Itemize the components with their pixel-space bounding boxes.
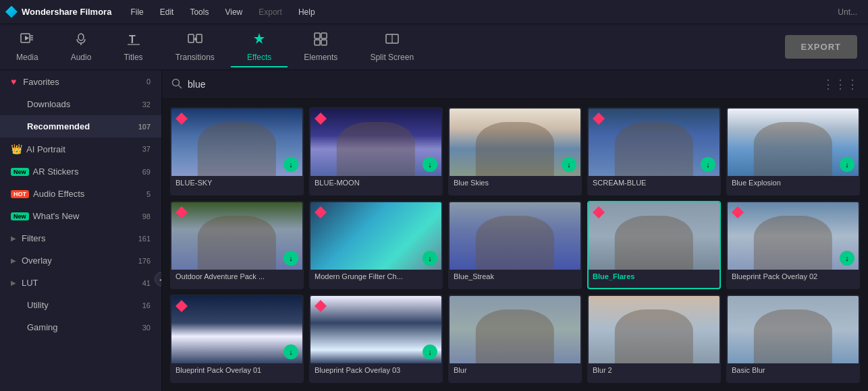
sidebar-favorites-label: Favorites — [23, 77, 59, 87]
sidebar-lut-count: 41 — [142, 279, 151, 287]
effect-label-blueprint-03: Blueprint Pack Overlay 03 — [310, 363, 441, 378]
sidebar-item-ar-stickers[interactable]: New AR Stickers 69 — [0, 160, 161, 183]
menu-view[interactable]: View — [217, 5, 250, 20]
blueprint-01-heart-pin — [175, 300, 188, 312]
effect-card-blur2[interactable]: Blur 2 — [587, 295, 721, 383]
effect-card-blue-flares[interactable]: Blue_Flares — [587, 201, 721, 289]
window-controls: Unt... — [838, 7, 863, 17]
grid-toggle-icon[interactable]: ⋮⋮⋮ — [822, 77, 859, 92]
menu-edit[interactable]: Edit — [152, 5, 182, 20]
effect-thumbnail-blueprint-03: ↓ — [310, 296, 441, 363]
toolbar-media[interactable]: Media — [0, 26, 55, 67]
scream-blue-download-btn[interactable]: ↓ — [701, 157, 715, 172]
toolbar-elements-label: Elements — [304, 53, 337, 62]
blur2-figure — [615, 309, 693, 363]
sidebar-item-overlay[interactable]: ▶ Overlay 176 — [0, 249, 161, 272]
sidebar-item-ai-portrait[interactable]: 👑 AI Portrait 37 — [0, 138, 161, 160]
toolbar-transitions[interactable]: Transitions — [159, 26, 231, 67]
sidebar-item-utility[interactable]: Utility 16 — [0, 294, 161, 316]
svg-rect-9 — [188, 34, 194, 42]
app-logo: Wondershare Filmora — [5, 6, 111, 18]
effect-card-blue-skies[interactable]: ↓ Blue Skies — [448, 107, 582, 196]
menu-tools[interactable]: Tools — [182, 5, 217, 20]
blueprint-01-download-btn[interactable]: ↓ — [283, 344, 298, 359]
titles-icon: T — [126, 32, 141, 50]
sidebar-recommended-label: Recommended — [27, 121, 90, 131]
effect-card-basic-blur[interactable]: Basic Blur — [726, 295, 860, 383]
filters-arrow-icon: ▶ — [11, 235, 16, 242]
effect-thumbnail-blue-explosion: ↓ — [728, 109, 859, 176]
modern-grunge-download-btn[interactable]: ↓ — [423, 251, 437, 266]
sidebar-overlay-label: Overlay — [22, 255, 52, 266]
sidebar-item-gaming[interactable]: Gaming 30 — [0, 316, 161, 338]
search-bar: ⋮⋮⋮ — [162, 70, 868, 99]
sidebar-item-whats-new[interactable]: New What's New 98 — [0, 205, 161, 227]
effect-card-blue-sky[interactable]: ↓ BLUE-SKY — [170, 107, 304, 196]
toolbar-elements[interactable]: Elements — [288, 26, 354, 67]
blue-skies-download-btn[interactable]: ↓ — [562, 157, 576, 172]
toolbar-audio[interactable]: Audio — [55, 26, 108, 67]
blueprint-03-download-btn[interactable]: ↓ — [423, 344, 437, 359]
ar-stickers-new-badge: New — [11, 168, 29, 176]
export-button[interactable]: EXPORT — [785, 35, 857, 59]
effect-card-blueprint-02[interactable]: ↓ Blueprint Pack Overlay 02 — [726, 201, 860, 289]
effect-card-blur[interactable]: Blur — [448, 295, 582, 383]
sidebar-downloads-count: 32 — [142, 100, 151, 109]
effect-thumbnail-outdoor: ↓ — [171, 202, 302, 270]
effect-label-blueprint-01: Blueprint Pack Overlay 01 — [171, 363, 302, 378]
ai-portrait-crown-icon: 👑 — [11, 144, 22, 154]
effect-thumbnail-scream-blue: ↓ — [589, 109, 720, 176]
menu-export[interactable]: Export — [250, 5, 290, 20]
effect-label-blur2: Blur 2 — [589, 363, 720, 378]
sidebar-utility-count: 16 — [142, 301, 151, 309]
menu-help[interactable]: Help — [290, 5, 323, 20]
effect-card-scream-blue[interactable]: ↓ SCREAM-BLUE — [587, 107, 721, 196]
elements-icon — [313, 32, 328, 50]
toolbar-split-screen-label: Split Screen — [370, 53, 414, 62]
effect-label-blue-moon: BLUE-MOON — [310, 176, 441, 191]
effects-icon — [252, 32, 267, 50]
svg-point-18 — [173, 79, 180, 86]
effect-card-modern-grunge[interactable]: ↓ Modern Grunge Filter Ch... — [309, 201, 443, 289]
blue-moon-download-btn[interactable]: ↓ — [423, 157, 437, 172]
sidebar-item-recommended[interactable]: Recommended 107 — [0, 115, 161, 138]
sidebar-item-filters[interactable]: ▶ Filters 161 — [0, 227, 161, 249]
blueprint-02-figure — [754, 216, 832, 270]
effect-card-blue-explosion[interactable]: ↓ Blue Explosion — [726, 107, 860, 196]
main-content: ♥ Favorites 0 Downloads 32 Recommended 1… — [0, 70, 868, 391]
effect-thumbnail-blue-sky: ↓ — [171, 109, 302, 176]
toolbar-effects-label: Effects — [247, 53, 271, 62]
effect-label-blue-sky: BLUE-SKY — [171, 176, 302, 191]
outdoor-download-btn[interactable]: ↓ — [283, 251, 298, 266]
sidebar-gaming-label: Gaming — [27, 322, 58, 332]
sidebar-item-favorites[interactable]: ♥ Favorites 0 — [0, 70, 161, 93]
svg-rect-14 — [315, 40, 320, 45]
toolbar-split-screen[interactable]: Split Screen — [354, 26, 430, 67]
toolbar-titles[interactable]: T Titles — [107, 26, 159, 67]
blue-sky-download-btn[interactable]: ↓ — [283, 157, 298, 172]
effect-card-outdoor[interactable]: ↓ Outdoor Adventure Pack ... — [170, 201, 304, 289]
menu-file[interactable]: File — [122, 5, 151, 20]
sidebar-ai-portrait-count: 37 — [142, 145, 151, 153]
effect-thumbnail-basic-blur — [728, 296, 859, 363]
effect-label-outdoor: Outdoor Adventure Pack ... — [171, 270, 302, 284]
sidebar-audio-effects-label: Audio Effects — [33, 189, 84, 199]
blue-explosion-download-btn[interactable]: ↓ — [840, 157, 855, 172]
effect-card-blueprint-01[interactable]: ↓ Blueprint Pack Overlay 01 — [170, 295, 304, 383]
sidebar-item-downloads[interactable]: Downloads 32 — [0, 93, 161, 115]
sidebar-audio-effects-count: 5 — [146, 190, 151, 198]
toolbar-effects[interactable]: Effects — [231, 26, 288, 67]
blueprint-02-download-btn[interactable]: ↓ — [840, 251, 855, 266]
blueprint-03-heart-pin — [315, 300, 327, 312]
blue-moon-figure — [337, 122, 415, 176]
whats-new-new-badge: New — [11, 212, 29, 220]
sidebar-item-lut[interactable]: ▶ LUT 41 — [0, 272, 161, 294]
search-input[interactable] — [188, 79, 817, 90]
effect-card-blue-streak[interactable]: Blue_Streak — [448, 201, 582, 289]
effect-card-blue-moon[interactable]: ↓ BLUE-MOON — [309, 107, 443, 196]
app-name: Wondershare Filmora — [22, 7, 111, 17]
sidebar-item-audio-effects[interactable]: HOT Audio Effects 5 — [0, 183, 161, 205]
search-icon — [171, 78, 182, 91]
effect-card-blueprint-03[interactable]: ↓ Blueprint Pack Overlay 03 — [309, 295, 443, 383]
scream-blue-heart-pin — [593, 113, 605, 125]
